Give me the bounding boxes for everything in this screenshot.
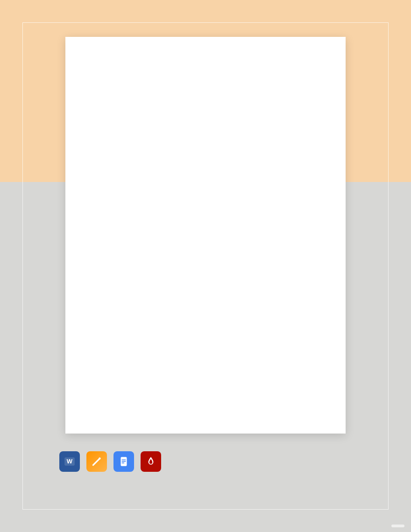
document-sheet — [65, 37, 346, 434]
svg-point-2 — [99, 457, 100, 459]
pdf-icon[interactable] — [141, 451, 161, 472]
svg-rect-6 — [122, 462, 124, 463]
svg-rect-5 — [122, 461, 126, 462]
watermark — [391, 525, 404, 527]
svg-text:W: W — [67, 458, 73, 465]
word-icon[interactable]: W — [59, 451, 80, 472]
flowchart-canvas — [65, 37, 346, 434]
pages-icon[interactable] — [86, 451, 107, 472]
gdoc-icon[interactable] — [113, 451, 134, 472]
format-icons-row: W — [59, 451, 161, 472]
outer-frame: W — [22, 22, 389, 510]
svg-rect-4 — [122, 460, 126, 461]
